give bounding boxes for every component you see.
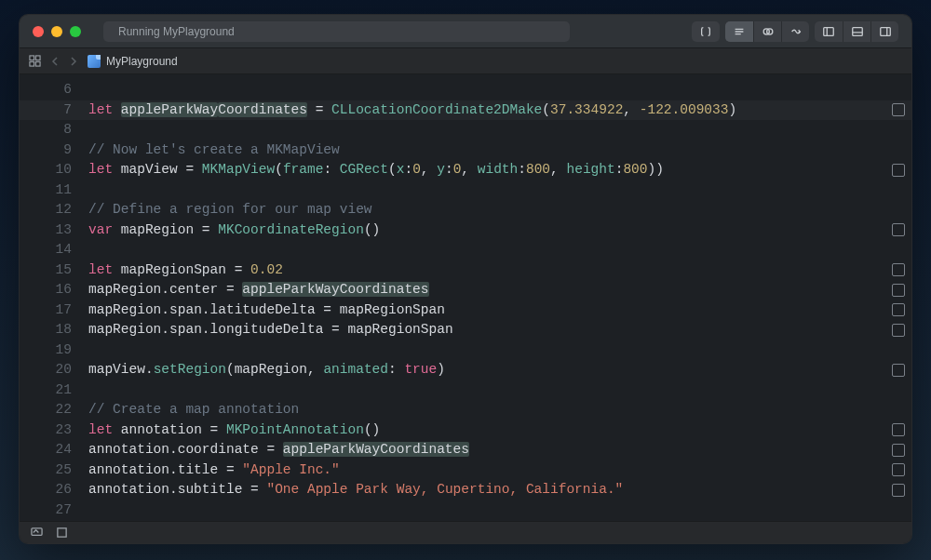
- result-marker[interactable]: [885, 360, 911, 380]
- line-number: 27: [20, 500, 72, 521]
- svg-rect-16: [58, 528, 66, 537]
- minimize-window-button[interactable]: [51, 26, 62, 37]
- result-marker[interactable]: [885, 420, 911, 441]
- code-line[interactable]: [88, 240, 885, 260]
- code-content[interactable]: let appleParkWayCoordinates = CLLocation…: [83, 74, 885, 521]
- code-editor[interactable]: 6789101112131415161718192021222324252627…: [20, 74, 911, 521]
- show-library-button[interactable]: [692, 21, 720, 42]
- result-marker[interactable]: [885, 260, 911, 281]
- titlebar: Running MyPlayground: [20, 15, 911, 48]
- code-line[interactable]: mapView.setRegion(mapRegion, animated: t…: [88, 360, 885, 380]
- result-marker: [885, 340, 911, 361]
- toggle-navigator-button[interactable]: [815, 21, 843, 42]
- code-line[interactable]: mapRegion.span.longitudeDelta = mapRegio…: [88, 320, 885, 340]
- result-marker: [885, 200, 911, 220]
- line-number: 26: [20, 480, 72, 500]
- activity-status[interactable]: Running MyPlayground: [103, 21, 570, 42]
- code-line[interactable]: [88, 120, 885, 140]
- line-number: 22: [20, 400, 72, 420]
- code-line[interactable]: [88, 180, 885, 201]
- svg-rect-14: [35, 61, 40, 66]
- swift-file-icon: [88, 55, 101, 68]
- debug-area-button[interactable]: [56, 527, 68, 539]
- result-marker: [885, 380, 911, 401]
- svg-rect-5: [824, 27, 834, 35]
- result-marker: [885, 400, 911, 420]
- result-marker: [885, 500, 911, 521]
- close-window-button[interactable]: [33, 26, 44, 37]
- code-line[interactable]: let appleParkWayCoordinates = CLLocation…: [88, 100, 885, 121]
- code-line[interactable]: // Now let's create a MKMapView: [88, 140, 885, 161]
- line-number: 25: [20, 460, 72, 481]
- nav-forward-button[interactable]: [69, 57, 78, 66]
- current-file-name: MyPlayground: [106, 55, 178, 68]
- code-line[interactable]: annotation.subtitle = "One Apple Park Wa…: [88, 480, 885, 500]
- related-items-icon[interactable]: [29, 55, 41, 67]
- line-number: 11: [20, 180, 72, 201]
- line-number: 23: [20, 420, 72, 441]
- live-view-button[interactable]: [31, 527, 43, 539]
- result-marker: [885, 240, 911, 260]
- line-number: 12: [20, 200, 72, 220]
- result-marker: [885, 180, 911, 201]
- code-line[interactable]: mapRegion.center = appleParkWayCoordinat…: [88, 280, 885, 300]
- line-number: 9: [20, 140, 72, 161]
- xcode-window: Running MyPlayground: [19, 14, 912, 544]
- code-line[interactable]: var mapRegion = MKCoordinateRegion(): [88, 220, 885, 241]
- zoom-window-button[interactable]: [70, 26, 81, 37]
- line-number: 6: [20, 80, 72, 100]
- code-line[interactable]: mapRegion.span.latitudeDelta = mapRegion…: [88, 300, 885, 321]
- svg-rect-15: [32, 528, 42, 535]
- code-line[interactable]: // Create a map annotation: [88, 400, 885, 420]
- line-number: 19: [20, 340, 72, 361]
- line-number: 14: [20, 240, 72, 260]
- line-number: 17: [20, 300, 72, 321]
- svg-rect-12: [35, 56, 40, 60]
- traffic-lights: [33, 26, 81, 37]
- code-line[interactable]: annotation.coordinate = appleParkWayCoor…: [88, 440, 885, 460]
- code-line[interactable]: // Define a region for our map view: [88, 200, 885, 220]
- result-marker[interactable]: [885, 480, 911, 500]
- line-number: 20: [20, 360, 72, 380]
- svg-rect-13: [30, 61, 34, 66]
- current-file-tab[interactable]: MyPlayground: [88, 55, 178, 68]
- svg-rect-7: [852, 27, 862, 35]
- result-marker: [885, 140, 911, 161]
- code-line[interactable]: let mapView = MKMapView(frame: CGRect(x:…: [88, 160, 885, 180]
- result-marker[interactable]: [885, 280, 911, 300]
- bottom-bar: [20, 521, 911, 543]
- line-number: 15: [20, 260, 72, 281]
- result-marker[interactable]: [885, 220, 911, 241]
- result-marker[interactable]: [885, 300, 911, 321]
- toggle-debug-area-button[interactable]: [843, 21, 870, 42]
- activity-status-text: Running MyPlayground: [118, 25, 235, 38]
- line-number: 7: [20, 100, 72, 121]
- svg-rect-11: [30, 56, 34, 60]
- line-number: 10: [20, 160, 72, 180]
- code-line[interactable]: annotation.title = "Apple Inc.": [88, 460, 885, 481]
- editor-mode-standard-button[interactable]: [725, 21, 753, 42]
- svg-rect-9: [880, 27, 890, 35]
- toolbar-right: [692, 21, 898, 42]
- line-number-gutter: 6789101112131415161718192021222324252627: [20, 74, 83, 521]
- code-line[interactable]: [88, 340, 885, 361]
- result-marker: [885, 80, 911, 100]
- line-number: 8: [20, 120, 72, 140]
- editor-mode-assistant-button[interactable]: [753, 21, 781, 42]
- line-number: 13: [20, 220, 72, 241]
- result-marker[interactable]: [885, 100, 911, 121]
- line-number: 21: [20, 380, 72, 401]
- result-rail: [885, 74, 911, 521]
- result-marker[interactable]: [885, 320, 911, 340]
- nav-back-button[interactable]: [50, 57, 60, 66]
- code-line[interactable]: [88, 500, 885, 521]
- result-marker[interactable]: [885, 440, 911, 460]
- result-marker[interactable]: [885, 160, 911, 180]
- code-line[interactable]: let mapRegionSpan = 0.02: [88, 260, 885, 281]
- toggle-inspector-button[interactable]: [870, 21, 898, 42]
- code-line[interactable]: let annotation = MKPointAnnotation(): [88, 420, 885, 441]
- editor-mode-version-button[interactable]: [781, 21, 809, 42]
- result-marker[interactable]: [885, 460, 911, 481]
- code-line[interactable]: [88, 380, 885, 401]
- code-line[interactable]: [88, 80, 885, 100]
